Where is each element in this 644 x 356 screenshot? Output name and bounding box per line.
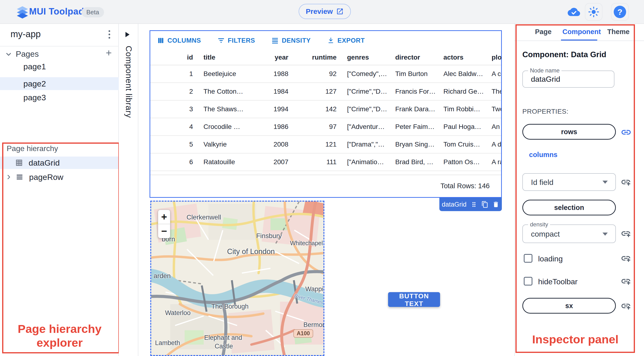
table-cell: 1 bbox=[150, 70, 198, 78]
grid-rows: 1Beetlejuice198892["Comedy",…Tim BurtonA… bbox=[150, 65, 501, 171]
add-binding-icon[interactable] bbox=[621, 177, 631, 187]
data-grid-component[interactable]: COLUMNS FILTERS DENSITY EXPORT idtitleye… bbox=[150, 30, 502, 198]
map-label: City of London bbox=[227, 247, 275, 256]
grid-columns-button[interactable]: COLUMNS bbox=[156, 36, 202, 44]
map-label: Finsbury bbox=[256, 232, 282, 240]
table-cell: 142 bbox=[294, 105, 342, 113]
table-cell: 121 bbox=[294, 141, 342, 148]
sidebar-item-page1[interactable]: page1 bbox=[0, 60, 119, 73]
table-cell: An A… bbox=[486, 123, 502, 131]
table-cell: 3 bbox=[150, 105, 198, 113]
columns-property-link[interactable]: columns bbox=[528, 151, 559, 159]
canvas-button-component[interactable]: BUTTON TEXT bbox=[388, 292, 440, 307]
grid-row-count: Total Rows: 146 bbox=[440, 182, 490, 190]
add-binding-icon[interactable] bbox=[621, 228, 631, 239]
grid-column-header[interactable]: plot bbox=[486, 54, 502, 61]
beta-badge: Beta bbox=[82, 7, 104, 17]
grid-column-header[interactable]: runtime bbox=[294, 54, 342, 61]
expand-panel-icon[interactable] bbox=[126, 32, 130, 37]
add-page-icon[interactable] bbox=[104, 49, 113, 57]
grid-filters-button[interactable]: FILTERS bbox=[216, 36, 257, 44]
map-zoom-control: + − bbox=[158, 210, 170, 238]
delete-icon[interactable] bbox=[492, 201, 500, 208]
table-cell: A dr… bbox=[486, 141, 502, 148]
zoom-in-button[interactable]: + bbox=[158, 210, 170, 224]
tab-theme[interactable]: Theme bbox=[606, 28, 631, 36]
add-binding-icon[interactable] bbox=[621, 253, 631, 264]
hierarchy-item-datagrid[interactable]: dataGrid bbox=[0, 157, 119, 169]
table-cell: 97 bbox=[294, 123, 342, 131]
sidebar-item-page3[interactable]: page3 bbox=[0, 91, 119, 104]
preview-button[interactable]: Preview bbox=[299, 4, 351, 19]
map-label: arden bbox=[154, 272, 171, 280]
tab-page[interactable]: Page bbox=[534, 28, 553, 36]
help-button[interactable]: ? bbox=[611, 3, 629, 21]
select-caret-icon[interactable] bbox=[602, 233, 608, 236]
loading-checkbox[interactable] bbox=[524, 254, 532, 263]
data-grid-icon bbox=[15, 158, 23, 167]
map-label: Elephant and bbox=[204, 334, 242, 342]
pages-section-header[interactable]: Pages bbox=[16, 49, 39, 59]
sidebar-item-page2[interactable]: page2 bbox=[0, 77, 119, 90]
hierarchy-item-pagerow[interactable]: pageRow bbox=[3, 171, 118, 183]
table-cell: 1994 bbox=[246, 105, 294, 113]
page-hierarchy-title: Page hierarchy bbox=[7, 144, 58, 153]
chevron-down-icon[interactable] bbox=[5, 50, 12, 58]
map-label: Clerkenwell bbox=[186, 214, 221, 221]
bound-link-icon[interactable] bbox=[621, 127, 632, 138]
table-row[interactable]: 6Ratatouille2007111["Animatio…Brad Bird,… bbox=[150, 153, 501, 171]
table-row[interactable]: 5Valkyrie2008121["Drama","…Bryan Sing…To… bbox=[150, 136, 501, 153]
grid-columns-label: COLUMNS bbox=[168, 37, 201, 44]
duplicate-icon[interactable] bbox=[481, 201, 488, 208]
table-cell: Tim Robbi… bbox=[438, 105, 486, 113]
select-caret-icon[interactable] bbox=[602, 181, 608, 184]
selection-property-button[interactable]: selection bbox=[522, 200, 616, 215]
rows-property-button[interactable]: rows bbox=[522, 124, 616, 140]
sx-property-button[interactable]: sx bbox=[522, 298, 616, 314]
grid-column-header[interactable]: title bbox=[198, 54, 246, 61]
add-binding-icon[interactable] bbox=[621, 276, 631, 286]
page-item-label: page2 bbox=[23, 79, 46, 88]
question-mark-icon: ? bbox=[614, 6, 626, 18]
table-cell: Two… bbox=[486, 105, 502, 113]
cloud-sync-icon[interactable] bbox=[568, 6, 580, 18]
map-component[interactable]: ClerkenwellFinsburybornCity of LondonWhi… bbox=[150, 201, 324, 356]
app-menu-kebab-icon[interactable] bbox=[104, 28, 114, 40]
theme-toggle-button[interactable] bbox=[585, 3, 602, 21]
table-cell: Richard Ge… bbox=[438, 88, 486, 95]
grid-column-header[interactable]: director bbox=[390, 54, 438, 61]
chevron-right-icon[interactable] bbox=[5, 173, 12, 181]
table-cell: 1988 bbox=[246, 70, 294, 78]
selected-node-chip[interactable]: dataGrid bbox=[439, 198, 502, 211]
download-icon bbox=[327, 37, 335, 44]
table-row[interactable]: 3The Shaws…1994142["Crime","D…Frank Dara… bbox=[150, 101, 501, 118]
component-heading: Component: Data Grid bbox=[522, 50, 606, 59]
grid-column-header[interactable]: actors bbox=[438, 54, 486, 61]
table-cell: Tom Cruis… bbox=[438, 141, 486, 148]
zoom-out-button[interactable]: − bbox=[158, 224, 170, 238]
grid-column-header[interactable]: id bbox=[150, 54, 198, 61]
drag-handle-icon[interactable] bbox=[470, 201, 478, 208]
density-icon bbox=[271, 37, 279, 44]
table-row[interactable]: 2The Cotton…1984127["Crime","D…Francis F… bbox=[150, 83, 501, 101]
grid-column-header[interactable]: genres bbox=[342, 54, 390, 61]
hidetoolbar-label: hideToolbar bbox=[538, 277, 578, 286]
hidetoolbar-checkbox[interactable] bbox=[524, 277, 532, 286]
grid-column-header[interactable]: year bbox=[246, 54, 294, 61]
loading-label: loading bbox=[538, 255, 563, 263]
grid-filler bbox=[150, 171, 501, 175]
table-cell: 1984 bbox=[246, 88, 294, 95]
map-label: The Borough bbox=[211, 303, 248, 310]
tab-component[interactable]: Component bbox=[561, 28, 602, 36]
grid-header-row: idtitleyearruntimegenresdirectoractorspl… bbox=[150, 50, 501, 65]
table-cell: A ra… bbox=[486, 158, 502, 166]
grid-density-button[interactable]: DENSITY bbox=[270, 36, 312, 44]
table-cell: ["Crime","D… bbox=[342, 88, 390, 95]
add-binding-icon[interactable] bbox=[621, 301, 631, 311]
table-row[interactable]: 1Beetlejuice198892["Comedy",…Tim BurtonA… bbox=[150, 65, 501, 83]
table-row[interactable]: 4Crocodile …198697["Adventur…Peter Faim…… bbox=[150, 118, 501, 136]
table-cell: Frank Dara… bbox=[390, 105, 438, 113]
selected-node-label: dataGrid bbox=[442, 201, 466, 208]
grid-export-button[interactable]: EXPORT bbox=[326, 36, 366, 44]
open-in-new-icon bbox=[336, 8, 344, 15]
